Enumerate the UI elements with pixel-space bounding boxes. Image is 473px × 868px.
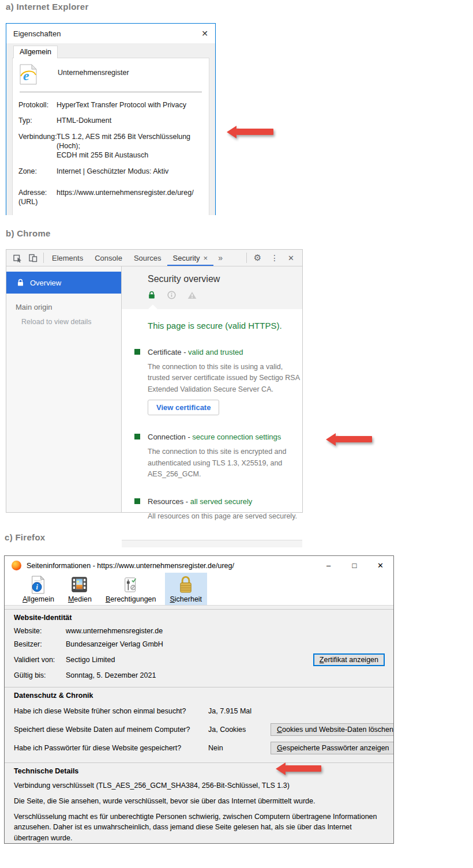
ie-tab-page: e Unternehmensregister Protokoll: HyperT… xyxy=(12,58,209,215)
ie-field-label: Typ: xyxy=(18,116,57,125)
ie-site-name: Unternehmensregister xyxy=(58,64,129,77)
settings-gear-icon[interactable]: ⚙ xyxy=(249,250,266,266)
toolbar-divider xyxy=(43,253,44,263)
show-certificate-button[interactable]: Zertifikat anzeigen xyxy=(313,653,385,666)
sidebar-item-overview[interactable]: Overview xyxy=(6,272,121,294)
tab-label: Security xyxy=(173,254,200,262)
identity-row-validiert: Validiert von: Sectigo Limited Zertifika… xyxy=(14,653,385,666)
secure-lock-icon[interactable] xyxy=(148,291,156,299)
devtools-scrollbar-strip[interactable] xyxy=(122,540,302,547)
ie-field-value: Internet | Geschützter Modus: Aktiv xyxy=(57,167,203,176)
tab-sicherheit[interactable]: Sicherheit xyxy=(165,573,208,605)
sidebar-main-origin: Main origin xyxy=(16,303,121,311)
page-canvas: a) Internet Explorer b) Chrome c) Firefo… xyxy=(0,0,473,868)
device-toolbar-icon[interactable] xyxy=(25,250,41,266)
ie-field-value: HyperText Transfer Protocol with Privacy xyxy=(57,100,203,110)
ie-field-protokoll: Protokoll: HyperText Transfer Protocol w… xyxy=(18,100,203,110)
maximize-button[interactable]: □ xyxy=(341,556,367,575)
window-close-button[interactable]: ✕ xyxy=(367,556,393,575)
tab-berechtigungen[interactable]: Berechtigungen xyxy=(100,573,162,605)
ie-field-groesse: Größe: Nicht verfügbar xyxy=(18,215,203,215)
security-tab-content: Website-Identität Website: www.unternehm… xyxy=(5,606,393,843)
ie-field-typ: Typ: HTML-Dokument xyxy=(18,116,203,125)
connection-status-link[interactable]: secure connection settings xyxy=(192,433,281,441)
certificate-section: Certificate - valid and trusted The conn… xyxy=(148,348,321,415)
view-certificate-button[interactable]: View certificate xyxy=(148,400,219,415)
ie-field-label: Adresse: (URL) xyxy=(18,188,57,207)
minimize-button[interactable]: – xyxy=(316,556,341,575)
tab-label: S xyxy=(170,595,175,603)
tab-allgemein[interactable]: i Allgemein xyxy=(17,573,59,605)
ie-field-verbindung: Verbindung: TLS 1.2, AES mit 256 Bit Ver… xyxy=(18,132,203,160)
ie-dialog-title: Eigenschaften xyxy=(13,29,61,38)
inspect-element-icon[interactable] xyxy=(10,250,25,266)
devtools-tab-console[interactable]: Console xyxy=(89,250,128,266)
group-heading: Technische Details xyxy=(14,767,385,775)
ie-titlebar: Eigenschaften ✕ xyxy=(6,24,215,43)
warning-triangle-icon[interactable] xyxy=(187,291,197,299)
ie-field-label: Protokoll: xyxy=(18,100,57,110)
encryption-explanation: Verschlüsselung macht es für unberechtig… xyxy=(14,811,385,843)
toolbar-divider xyxy=(246,253,247,263)
ie-field-url-value: https://www.unternehmensregister.de/ureg… xyxy=(57,188,203,207)
group-heading: Datenschutz & Chronik xyxy=(14,692,385,700)
identity-row-gueltig: Gültig bis: Sonntag, 5. Dezember 2021 xyxy=(14,671,385,679)
website-identity-group: Website-Identität Website: www.unternehm… xyxy=(5,609,393,687)
kebab-menu-icon[interactable]: ⋮ xyxy=(266,250,283,266)
group-heading: Website-Identität xyxy=(14,614,385,622)
chrome-devtools-window: Elements Console Sources Security × » ⚙ … xyxy=(6,249,303,513)
firefox-page-info-window: Seiteninformationen - https://www.untern… xyxy=(4,555,394,844)
media-filmstrip-icon xyxy=(71,576,88,594)
permissions-sliders-icon xyxy=(123,576,139,594)
section-title: Connection xyxy=(148,433,186,441)
devtools-tab-security[interactable]: Security × xyxy=(167,250,214,266)
svg-text:e: e xyxy=(23,68,29,83)
encryption-note-line: Die Seite, die Sie ansehen, wurde versch… xyxy=(14,796,385,806)
info-icon[interactable] xyxy=(167,291,176,299)
devtools-toolbar: Elements Console Sources Security × » ⚙ … xyxy=(6,250,302,266)
section-heading-chrome: b) Chrome xyxy=(6,228,51,238)
selected-state-notch xyxy=(148,305,157,309)
privacy-row-cookies: Speichert diese Website Daten auf meinem… xyxy=(14,723,385,736)
tab-close-icon[interactable]: × xyxy=(204,254,208,262)
ie-tab-allgemein[interactable]: Allgemein xyxy=(13,46,58,58)
clear-cookies-button[interactable]: Cookies und Website-Daten löschen xyxy=(271,723,393,736)
tab-label: M xyxy=(68,595,74,603)
ie-properties-dialog: Eigenschaften ✕ Allgemein e Unternehmens… xyxy=(6,23,216,215)
ie-close-button[interactable]: ✕ xyxy=(201,29,208,38)
title-separator: - xyxy=(183,497,190,506)
security-sidebar: Overview Main origin Reload to view deta… xyxy=(6,266,122,512)
connection-description: The connection to this site is encrypted… xyxy=(148,446,321,480)
ie-field-value: Nicht verfügbar xyxy=(57,215,203,215)
red-arrow-firefox-tls xyxy=(286,765,321,772)
green-square-bullet xyxy=(134,498,140,504)
security-overview-title: Security overview xyxy=(148,274,302,284)
certificate-status-link[interactable]: valid and trusted xyxy=(188,348,243,356)
tab-medien[interactable]: Medien xyxy=(63,573,97,605)
security-lock-icon xyxy=(178,575,194,594)
saved-passwords-button[interactable]: Gespeicherte Passwörter anzeigen xyxy=(271,742,393,754)
identity-row-besitzer: Besitzer: Bundesanzeiger Verlag GmbH xyxy=(14,640,385,648)
security-overview-header: Security overview xyxy=(122,266,302,309)
ie-field-value: TLS 1.2, AES mit 256 Bit Verschlüsselung… xyxy=(57,132,203,160)
section-title: Certificate xyxy=(148,348,182,356)
section-heading-ie: a) Internet Explorer xyxy=(6,2,89,12)
ie-field-value: HTML-Dokument xyxy=(57,116,203,125)
sidebar-item-label: Overview xyxy=(30,279,61,287)
ie-field-adresse: Adresse: (URL) https://www.unternehmensr… xyxy=(18,188,203,207)
devtools-tab-sources[interactable]: Sources xyxy=(128,250,167,266)
privacy-row-visited: Habe ich diese Website früher schon einm… xyxy=(14,705,385,717)
security-panel: Security overview xyxy=(122,266,302,512)
devtools-tab-elements[interactable]: Elements xyxy=(46,250,89,266)
section-title: Resources xyxy=(148,497,183,506)
ie-field-label: Größe: xyxy=(18,215,57,215)
devtools-close-icon[interactable]: ✕ xyxy=(283,250,299,266)
identity-row-website: Website: www.unternehmensregister.de xyxy=(14,627,385,635)
resources-status-link[interactable]: all served securely xyxy=(190,497,253,506)
red-arrow-ie-verbindung xyxy=(236,129,273,135)
tab-label: Console xyxy=(95,254,122,262)
more-tabs-icon[interactable]: » xyxy=(213,250,227,266)
title-separator: - xyxy=(186,433,193,441)
tab-label: Elements xyxy=(52,254,83,262)
connection-section: Connection - secure connection settings … xyxy=(148,433,321,480)
